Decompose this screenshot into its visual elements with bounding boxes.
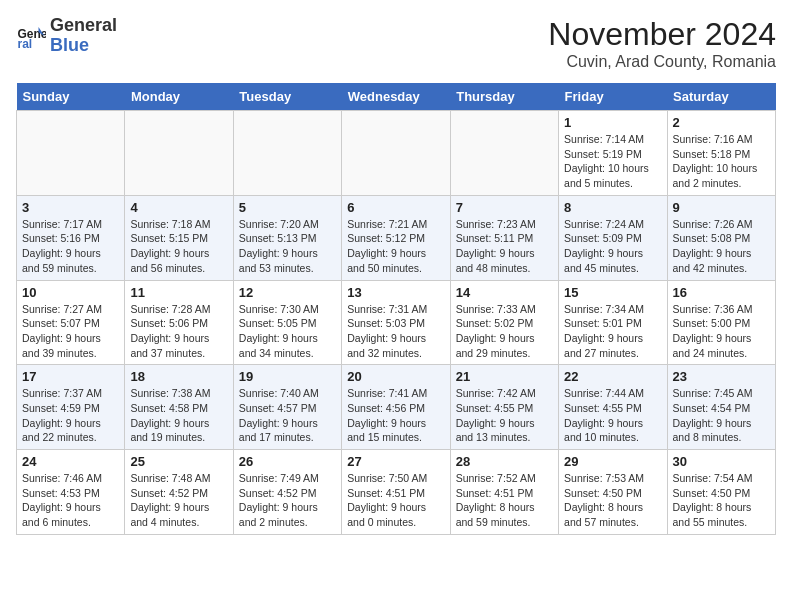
calendar-cell (125, 111, 233, 196)
calendar-cell: 17Sunrise: 7:37 AM Sunset: 4:59 PM Dayli… (17, 365, 125, 450)
day-info: Sunrise: 7:46 AM Sunset: 4:53 PM Dayligh… (22, 471, 119, 530)
day-number: 23 (673, 369, 770, 384)
calendar-cell: 24Sunrise: 7:46 AM Sunset: 4:53 PM Dayli… (17, 450, 125, 535)
day-info: Sunrise: 7:37 AM Sunset: 4:59 PM Dayligh… (22, 386, 119, 445)
calendar-cell: 16Sunrise: 7:36 AM Sunset: 5:00 PM Dayli… (667, 280, 775, 365)
day-number: 20 (347, 369, 444, 384)
calendar-cell: 29Sunrise: 7:53 AM Sunset: 4:50 PM Dayli… (559, 450, 667, 535)
calendar-header-friday: Friday (559, 83, 667, 111)
month-title: November 2024 (548, 16, 776, 53)
day-info: Sunrise: 7:44 AM Sunset: 4:55 PM Dayligh… (564, 386, 661, 445)
day-info: Sunrise: 7:41 AM Sunset: 4:56 PM Dayligh… (347, 386, 444, 445)
calendar-cell: 27Sunrise: 7:50 AM Sunset: 4:51 PM Dayli… (342, 450, 450, 535)
calendar-cell: 2Sunrise: 7:16 AM Sunset: 5:18 PM Daylig… (667, 111, 775, 196)
logo-text: General Blue (50, 16, 117, 56)
calendar-week-row: 10Sunrise: 7:27 AM Sunset: 5:07 PM Dayli… (17, 280, 776, 365)
day-info: Sunrise: 7:21 AM Sunset: 5:12 PM Dayligh… (347, 217, 444, 276)
calendar-cell: 25Sunrise: 7:48 AM Sunset: 4:52 PM Dayli… (125, 450, 233, 535)
day-number: 7 (456, 200, 553, 215)
day-number: 24 (22, 454, 119, 469)
day-number: 25 (130, 454, 227, 469)
day-number: 16 (673, 285, 770, 300)
calendar-body: 1Sunrise: 7:14 AM Sunset: 5:19 PM Daylig… (17, 111, 776, 535)
calendar-week-row: 1Sunrise: 7:14 AM Sunset: 5:19 PM Daylig… (17, 111, 776, 196)
day-number: 2 (673, 115, 770, 130)
day-info: Sunrise: 7:50 AM Sunset: 4:51 PM Dayligh… (347, 471, 444, 530)
day-number: 6 (347, 200, 444, 215)
calendar-table: SundayMondayTuesdayWednesdayThursdayFrid… (16, 83, 776, 535)
calendar-week-row: 17Sunrise: 7:37 AM Sunset: 4:59 PM Dayli… (17, 365, 776, 450)
calendar-cell: 26Sunrise: 7:49 AM Sunset: 4:52 PM Dayli… (233, 450, 341, 535)
calendar-week-row: 24Sunrise: 7:46 AM Sunset: 4:53 PM Dayli… (17, 450, 776, 535)
calendar-header-wednesday: Wednesday (342, 83, 450, 111)
header: Gene ral General Blue November 2024 Cuvi… (16, 16, 776, 71)
day-number: 9 (673, 200, 770, 215)
calendar-cell: 11Sunrise: 7:28 AM Sunset: 5:06 PM Dayli… (125, 280, 233, 365)
calendar-header-tuesday: Tuesday (233, 83, 341, 111)
day-number: 8 (564, 200, 661, 215)
day-number: 15 (564, 285, 661, 300)
calendar-cell: 20Sunrise: 7:41 AM Sunset: 4:56 PM Dayli… (342, 365, 450, 450)
calendar-cell: 4Sunrise: 7:18 AM Sunset: 5:15 PM Daylig… (125, 195, 233, 280)
day-number: 17 (22, 369, 119, 384)
calendar-cell: 12Sunrise: 7:30 AM Sunset: 5:05 PM Dayli… (233, 280, 341, 365)
calendar-header-monday: Monday (125, 83, 233, 111)
day-number: 13 (347, 285, 444, 300)
day-info: Sunrise: 7:33 AM Sunset: 5:02 PM Dayligh… (456, 302, 553, 361)
logo-icon: Gene ral (16, 21, 46, 51)
calendar-header-row: SundayMondayTuesdayWednesdayThursdayFrid… (17, 83, 776, 111)
day-number: 11 (130, 285, 227, 300)
day-number: 19 (239, 369, 336, 384)
calendar-cell (17, 111, 125, 196)
calendar-cell (342, 111, 450, 196)
calendar-cell: 3Sunrise: 7:17 AM Sunset: 5:16 PM Daylig… (17, 195, 125, 280)
logo: Gene ral General Blue (16, 16, 117, 56)
day-number: 3 (22, 200, 119, 215)
day-info: Sunrise: 7:27 AM Sunset: 5:07 PM Dayligh… (22, 302, 119, 361)
day-info: Sunrise: 7:34 AM Sunset: 5:01 PM Dayligh… (564, 302, 661, 361)
day-info: Sunrise: 7:53 AM Sunset: 4:50 PM Dayligh… (564, 471, 661, 530)
calendar-header-thursday: Thursday (450, 83, 558, 111)
day-number: 4 (130, 200, 227, 215)
calendar-cell: 6Sunrise: 7:21 AM Sunset: 5:12 PM Daylig… (342, 195, 450, 280)
calendar-header-saturday: Saturday (667, 83, 775, 111)
day-info: Sunrise: 7:17 AM Sunset: 5:16 PM Dayligh… (22, 217, 119, 276)
day-info: Sunrise: 7:26 AM Sunset: 5:08 PM Dayligh… (673, 217, 770, 276)
day-info: Sunrise: 7:49 AM Sunset: 4:52 PM Dayligh… (239, 471, 336, 530)
day-number: 21 (456, 369, 553, 384)
day-info: Sunrise: 7:28 AM Sunset: 5:06 PM Dayligh… (130, 302, 227, 361)
day-info: Sunrise: 7:14 AM Sunset: 5:19 PM Dayligh… (564, 132, 661, 191)
calendar-header-sunday: Sunday (17, 83, 125, 111)
day-number: 10 (22, 285, 119, 300)
day-info: Sunrise: 7:23 AM Sunset: 5:11 PM Dayligh… (456, 217, 553, 276)
day-info: Sunrise: 7:30 AM Sunset: 5:05 PM Dayligh… (239, 302, 336, 361)
day-info: Sunrise: 7:36 AM Sunset: 5:00 PM Dayligh… (673, 302, 770, 361)
day-info: Sunrise: 7:45 AM Sunset: 4:54 PM Dayligh… (673, 386, 770, 445)
day-number: 26 (239, 454, 336, 469)
calendar-cell: 1Sunrise: 7:14 AM Sunset: 5:19 PM Daylig… (559, 111, 667, 196)
day-number: 14 (456, 285, 553, 300)
day-info: Sunrise: 7:20 AM Sunset: 5:13 PM Dayligh… (239, 217, 336, 276)
calendar-cell: 7Sunrise: 7:23 AM Sunset: 5:11 PM Daylig… (450, 195, 558, 280)
calendar-cell: 21Sunrise: 7:42 AM Sunset: 4:55 PM Dayli… (450, 365, 558, 450)
day-number: 27 (347, 454, 444, 469)
calendar-cell: 30Sunrise: 7:54 AM Sunset: 4:50 PM Dayli… (667, 450, 775, 535)
location-title: Cuvin, Arad County, Romania (548, 53, 776, 71)
title-area: November 2024 Cuvin, Arad County, Romani… (548, 16, 776, 71)
calendar-cell (450, 111, 558, 196)
day-info: Sunrise: 7:54 AM Sunset: 4:50 PM Dayligh… (673, 471, 770, 530)
day-number: 5 (239, 200, 336, 215)
calendar-cell: 5Sunrise: 7:20 AM Sunset: 5:13 PM Daylig… (233, 195, 341, 280)
svg-text:ral: ral (18, 37, 33, 51)
calendar-cell: 18Sunrise: 7:38 AM Sunset: 4:58 PM Dayli… (125, 365, 233, 450)
day-info: Sunrise: 7:48 AM Sunset: 4:52 PM Dayligh… (130, 471, 227, 530)
day-info: Sunrise: 7:42 AM Sunset: 4:55 PM Dayligh… (456, 386, 553, 445)
day-number: 22 (564, 369, 661, 384)
day-number: 1 (564, 115, 661, 130)
calendar-cell: 13Sunrise: 7:31 AM Sunset: 5:03 PM Dayli… (342, 280, 450, 365)
calendar-cell (233, 111, 341, 196)
day-info: Sunrise: 7:24 AM Sunset: 5:09 PM Dayligh… (564, 217, 661, 276)
day-number: 30 (673, 454, 770, 469)
day-info: Sunrise: 7:18 AM Sunset: 5:15 PM Dayligh… (130, 217, 227, 276)
calendar-cell: 9Sunrise: 7:26 AM Sunset: 5:08 PM Daylig… (667, 195, 775, 280)
